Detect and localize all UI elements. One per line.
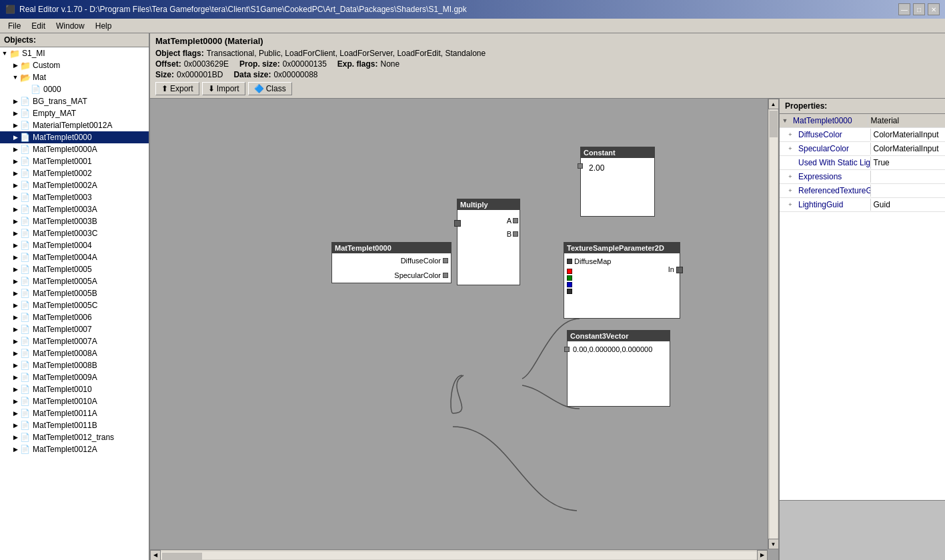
scroll-track-v[interactable]: [770, 109, 778, 539]
tree-item-mat0005[interactable]: ▶ 📄 MatTemplet0005: [0, 263, 149, 275]
minimize-button[interactable]: —: [898, 3, 910, 15]
tree-item-mat0004[interactable]: ▶ 📄 MatTemplet0004: [0, 239, 149, 251]
tree-item-mat0005b[interactable]: ▶ 📄 MatTemplet0005B: [0, 287, 149, 299]
tree-item-mat0000a[interactable]: ▶ 📄 MatTemplet0000A: [0, 143, 149, 155]
tree-item-mat0005c[interactable]: ▶ 📄 MatTemplet0005C: [0, 299, 149, 311]
prop-expand-diffuse[interactable]: +: [785, 128, 796, 141]
tree-label-0000: 0000: [43, 85, 61, 94]
prop-expand-specular[interactable]: +: [785, 142, 796, 155]
tree-item-mat0012a2[interactable]: ▶ 📄 MatTemplet0012A: [0, 443, 149, 455]
tree-label-mattemplet0000: MatTemplet0000: [33, 133, 92, 142]
constant-node[interactable]: Constant 2.00: [580, 147, 655, 217]
tree-item-mat0008b[interactable]: ▶ 📄 MatTemplet0008B: [0, 359, 149, 371]
menu-edit[interactable]: Edit: [26, 20, 51, 32]
tree-item-emptymat[interactable]: ▶ 📄 Empty_MAT: [0, 107, 149, 119]
class-icon: 🔷: [254, 84, 264, 93]
export-button[interactable]: ⬆ Export: [155, 82, 199, 95]
file-icon: 📄: [20, 421, 31, 430]
tree-item-mat[interactable]: ▼ 📂 Mat: [0, 71, 149, 83]
constant3-node[interactable]: Constant3Vector 0.00,0.000000,0.000000: [567, 330, 670, 407]
tree-item-mat0003[interactable]: ▶ 📄 MatTemplet0003: [0, 191, 149, 203]
prop-row-diffusecolor[interactable]: + DiffuseColor ColorMaterialInput: [780, 128, 945, 142]
tree-label-s1mi: S1_MI: [22, 49, 45, 58]
texture-red-port-row: [564, 268, 680, 275]
tree-item-s1mi[interactable]: ▼ 📁 S1_MI: [0, 47, 149, 59]
material-node[interactable]: MatTemplet0000 DiffuseColor SpecularColo…: [331, 242, 451, 283]
canvas-scroll-h[interactable]: ◀ ▶: [150, 549, 768, 560]
tree-item-mat0008a[interactable]: ▶ 📄 MatTemplet0008A: [0, 347, 149, 359]
prop-row-lightingguid[interactable]: + LightingGuid Guid: [780, 198, 945, 212]
tree-item-mat0007a[interactable]: ▶ 📄 MatTemplet0007A: [0, 335, 149, 347]
content-header: MatTemplet0000 (Material) Object flags: …: [150, 33, 945, 99]
tree-item-mat0003a[interactable]: ▶ 📄 MatTemplet0003A: [0, 203, 149, 215]
tree-item-mat0001[interactable]: ▶ 📄 MatTemplet0001: [0, 155, 149, 167]
tree-item-mat0003c[interactable]: ▶ 📄 MatTemplet0003C: [0, 227, 149, 239]
scroll-left-button[interactable]: ◀: [150, 550, 161, 561]
file-icon: 📄: [20, 217, 31, 226]
menu-help[interactable]: Help: [90, 20, 117, 32]
tree-item-mat0012trans[interactable]: ▶ 📄 MatTemplet0012_trans: [0, 431, 149, 443]
file-icon: 📄: [20, 289, 31, 298]
scroll-right-button[interactable]: ▶: [757, 550, 768, 561]
tree-item-mat0005a[interactable]: ▶ 📄 MatTemplet0005A: [0, 275, 149, 287]
tree-item-bgtrans[interactable]: ▶ 📄 BG_trans_MAT: [0, 95, 149, 107]
prop-row-usedwithstaticlig[interactable]: Used With Static Lig True: [780, 156, 945, 170]
multiply-port-a: A: [507, 217, 518, 225]
expand-icon: [21, 85, 31, 94]
tree-item-mat0009a[interactable]: ▶ 📄 MatTemplet0009A: [0, 371, 149, 383]
tree-item-mat0003b[interactable]: ▶ 📄 MatTemplet0003B: [0, 215, 149, 227]
prop-row-specularcolor[interactable]: + SpecularColor ColorMaterialInput: [780, 142, 945, 156]
maximize-button[interactable]: □: [913, 3, 925, 15]
prop-expand-reftexguids[interactable]: +: [785, 184, 796, 197]
prop-expand-expressions[interactable]: +: [785, 170, 796, 183]
texture-node[interactable]: TextureSampleParameter2D DiffuseMap: [564, 242, 680, 319]
class-button[interactable]: 🔷 Class: [248, 82, 292, 95]
tree-label: MatTemplet0011B: [33, 421, 97, 430]
tree-item-mat0006[interactable]: ▶ 📄 MatTemplet0006: [0, 311, 149, 323]
import-button[interactable]: ⬇ Import: [202, 82, 245, 95]
tree-item-mat0012a[interactable]: ▶ 📄 MaterialTemplet0012A: [0, 119, 149, 131]
scroll-track-h[interactable]: [161, 551, 757, 559]
canvas-container[interactable]: MatTemplet0000 DiffuseColor SpecularColo…: [150, 99, 778, 560]
multiply-node[interactable]: Multiply A B: [457, 199, 520, 285]
tree-item-mat0011a[interactable]: ▶ 📄 MatTemplet0011A: [0, 407, 149, 419]
tree-item-mat0010a[interactable]: ▶ 📄 MatTemplet0010A: [0, 395, 149, 407]
scroll-down-button[interactable]: ▼: [768, 539, 779, 549]
canvas-scroll-v[interactable]: ▲ ▼: [768, 99, 778, 549]
tree-item-mat0002[interactable]: ▶ 📄 MatTemplet0002: [0, 167, 149, 179]
content-title: MatTemplet0000 (Material): [155, 36, 940, 46]
scroll-thumb-v[interactable]: [770, 111, 778, 137]
tree-item-mat0007[interactable]: ▶ 📄 MatTemplet0007: [0, 323, 149, 335]
prop-row-referencedtextureguids[interactable]: + ReferencedTextureGuids: [780, 184, 945, 198]
close-button[interactable]: ✕: [928, 3, 940, 15]
texture-black-port: [567, 259, 572, 264]
tree-item-mattemplet0000[interactable]: ▶ 📄 MatTemplet0000: [0, 131, 149, 143]
texture-alpha-port-row: [564, 288, 680, 295]
prop-row-expressions[interactable]: + Expressions: [780, 170, 945, 184]
diffuse-port: [443, 258, 448, 263]
tree-item-mat0010[interactable]: ▶ 📄 MatTemplet0010: [0, 383, 149, 395]
tree-item-custom[interactable]: ▶ 📁 Custom: [0, 59, 149, 71]
expand-icon: ▶: [11, 337, 20, 346]
tree-item-mat0004a[interactable]: ▶ 📄 MatTemplet0004A: [0, 251, 149, 263]
prop-name-mattemplet0000: MatTemplet0000: [790, 115, 868, 127]
texture-node-title: TextureSampleParameter2D: [564, 243, 680, 253]
expand-icon: ▶: [11, 265, 20, 274]
tree-item-mat0002a[interactable]: ▶ 📄 MatTemplet0002A: [0, 179, 149, 191]
menu-window[interactable]: Window: [51, 20, 90, 32]
scroll-thumb-h[interactable]: [162, 553, 202, 561]
prop-value-expressions: [871, 175, 946, 178]
expand-icon: ▶: [11, 241, 20, 250]
prop-row-mattemplet0000[interactable]: ▼ MatTemplet0000 Material: [780, 114, 945, 128]
size-value: 0x000001BD: [177, 70, 223, 79]
tree-item-0000[interactable]: 📄 0000: [0, 83, 149, 95]
prop-expand[interactable]: ▼: [780, 114, 790, 127]
app-icon: ⬛: [5, 5, 15, 14]
folder-icon: 📁: [9, 49, 20, 58]
menu-file[interactable]: File: [3, 20, 26, 32]
texture-in-port: [676, 267, 683, 273]
title-bar-controls[interactable]: — □ ✕: [898, 3, 940, 15]
tree-item-mat0011b[interactable]: ▶ 📄 MatTemplet0011B: [0, 419, 149, 431]
scroll-up-button[interactable]: ▲: [768, 99, 779, 109]
prop-expand-lightingguid[interactable]: +: [785, 198, 796, 211]
